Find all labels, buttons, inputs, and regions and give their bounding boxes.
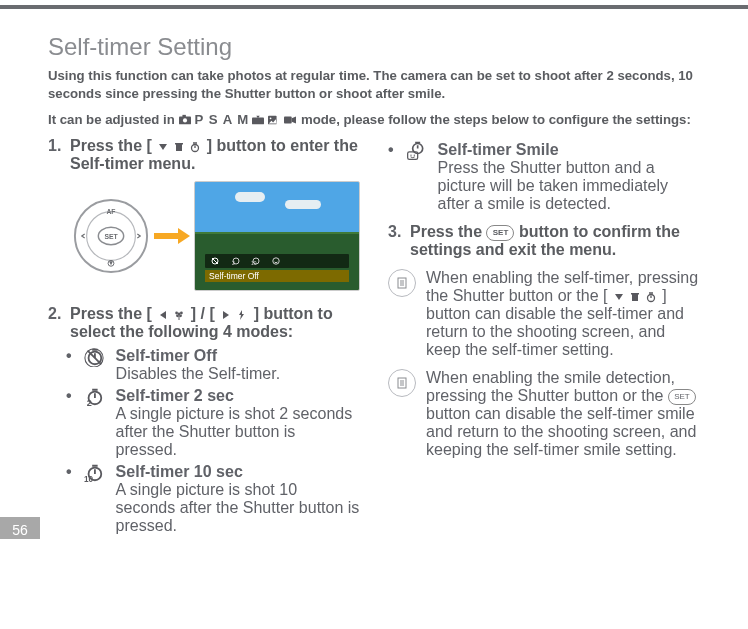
step-number: 2.	[48, 305, 62, 341]
mode-item-smile: • Self-timer SmilePress the Shutter butt…	[388, 141, 700, 213]
trash-can-icon	[172, 141, 186, 153]
svg-point-1	[183, 119, 187, 123]
page-title: Self-timer Setting	[48, 33, 700, 61]
mode-icons-row: P S A M	[178, 111, 297, 129]
svg-point-36	[413, 155, 414, 156]
selftimer-smile-icon	[404, 141, 428, 213]
preview-screenshot: 2 10 Self-timer Off	[194, 181, 360, 291]
svg-text:2: 2	[232, 260, 235, 266]
step1-illustration: SET AF 2 10	[72, 181, 360, 291]
page-number-tab: 56	[0, 517, 40, 539]
svg-text:10: 10	[84, 475, 94, 483]
step-3: 3. Press the SET button to confirm the s…	[388, 223, 700, 259]
svg-point-23	[175, 311, 178, 314]
svg-rect-7	[176, 144, 182, 151]
timer-clock-icon	[188, 141, 202, 153]
selftimer-off-icon	[82, 347, 106, 383]
set-button-icon: SET	[486, 225, 514, 241]
down-triangle-icon	[612, 291, 626, 303]
svg-rect-39	[631, 293, 639, 295]
right-triangle-icon	[219, 309, 233, 321]
step-1: 1. Press the [ ] button to enter the Sel…	[48, 137, 360, 173]
intro-line-2: It can be adjusted in P S A M mode, plea…	[48, 111, 700, 129]
trash-can-icon	[628, 291, 642, 303]
down-triangle-icon	[156, 141, 170, 153]
timer-overlay-label: Self-timer Off	[205, 270, 349, 282]
selftimer-smile-mini-icon	[269, 256, 283, 266]
selftimer-2sec-icon: 2	[82, 387, 106, 459]
document-lines-icon	[388, 369, 416, 397]
timer-option-bar: 2 10	[205, 254, 349, 268]
orange-right-arrow-icon	[152, 226, 192, 246]
svg-text:2: 2	[86, 398, 91, 407]
svg-point-5	[270, 118, 272, 120]
svg-rect-6	[284, 117, 292, 124]
step-number: 1.	[48, 137, 62, 173]
scene-picture2-icon	[267, 114, 281, 126]
svg-point-24	[180, 311, 183, 314]
dial-set-button-graphic: SET AF	[72, 197, 150, 275]
mode-item-10sec: • 10 Self-timer 10 secA single picture i…	[66, 463, 360, 535]
svg-point-35	[410, 155, 411, 156]
svg-rect-38	[632, 294, 638, 301]
bolt-icon	[235, 309, 249, 321]
mode-letters: P S A M	[194, 111, 249, 129]
svg-rect-2	[183, 115, 186, 117]
svg-rect-3	[252, 118, 264, 125]
down-trash-timer-glyph	[612, 291, 658, 303]
step-number: 3.	[388, 223, 402, 259]
svg-rect-8	[175, 143, 183, 145]
svg-point-26	[179, 314, 182, 317]
left-macro-glyph	[156, 309, 186, 321]
left-triangle-icon	[156, 309, 170, 321]
note-1: When enabling the self-timer, pressing t…	[388, 269, 700, 359]
selftimer-2s-mini-icon: 2	[229, 256, 243, 266]
svg-text:SET: SET	[104, 233, 118, 240]
selftimer-10s-mini-icon: 10	[249, 256, 263, 266]
scene-picture-icon	[251, 114, 265, 126]
right-flash-glyph	[219, 309, 249, 321]
mode-item-off: • Self-timer OffDisables the Self-timer.	[66, 347, 360, 383]
svg-text:AF: AF	[106, 208, 115, 215]
mode-item-2sec: • 2 Self-timer 2 secA single picture is …	[66, 387, 360, 459]
flower-icon	[172, 309, 186, 321]
step-2: 2. Press the [ ] / [ ] button to select …	[48, 305, 360, 341]
intro-line-1: Using this function can take photos at r…	[48, 67, 700, 103]
document-lines-icon	[388, 269, 416, 297]
set-button-icon: SET	[668, 389, 696, 405]
selftimer-off-mini-icon	[209, 256, 223, 266]
video-camera-icon	[283, 114, 297, 126]
down-trash-timer-glyph	[156, 141, 202, 153]
selftimer-10sec-icon: 10	[82, 463, 106, 535]
note-2: When enabling the smile detection, press…	[388, 369, 700, 459]
timer-clock-icon	[644, 291, 658, 303]
svg-text:10: 10	[251, 260, 257, 266]
svg-point-25	[176, 314, 179, 317]
camera-icon	[178, 114, 192, 126]
